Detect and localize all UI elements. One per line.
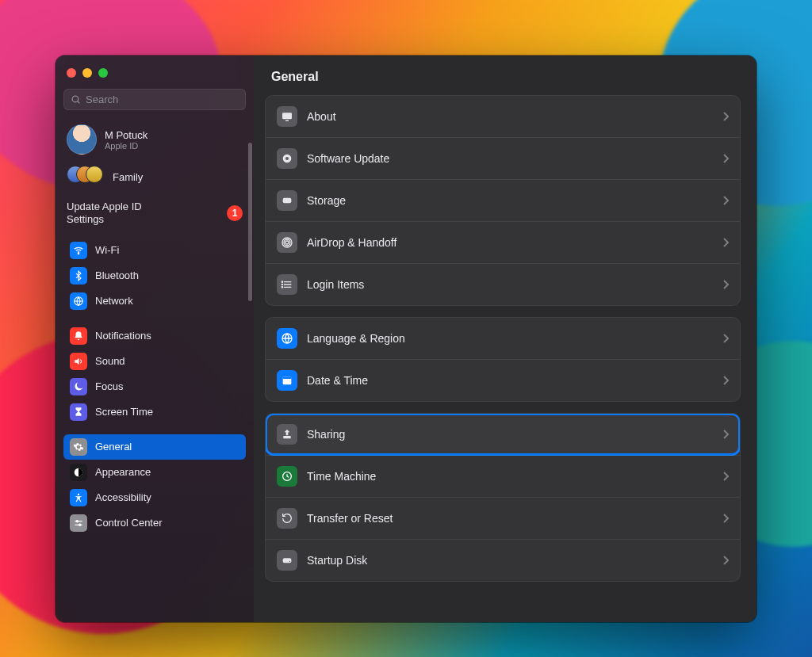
speaker-icon (70, 353, 87, 370)
search-input[interactable] (86, 94, 239, 105)
row-login-items[interactable]: Login Items (266, 263, 740, 305)
row-sharing[interactable]: Sharing (266, 414, 740, 455)
display-icon (277, 106, 297, 127)
svg-point-9 (79, 524, 81, 525)
sidebar-item-label: Network (95, 295, 133, 307)
svg-rect-14 (283, 198, 292, 204)
sidebar-item-appearance[interactable]: Appearance (63, 460, 246, 485)
accessibility-icon (70, 489, 87, 506)
chevron-right-icon (722, 334, 729, 343)
sidebar-group-alerts: Notifications Sound Focus (63, 323, 246, 425)
sidebar-item-accessibility[interactable]: Accessibility (63, 485, 246, 510)
sidebar-item-notifications[interactable]: Notifications (63, 323, 246, 349)
row-label: Transfer or Reset (307, 512, 713, 525)
row-label: About (307, 110, 713, 123)
wifi-icon (70, 242, 87, 259)
sidebar-item-label: Notifications (95, 330, 151, 342)
hourglass-icon (70, 403, 87, 421)
family-label: Family (113, 171, 143, 183)
sidebar-item-label: Appearance (95, 466, 151, 478)
sidebar-item-general[interactable]: General (63, 434, 246, 460)
svg-point-21 (282, 281, 282, 282)
notification-badge: 1 (227, 205, 243, 221)
row-transfer-reset[interactable]: Transfer or Reset (266, 497, 740, 539)
general-group-2: Language & Region Date & Time (265, 317, 741, 402)
sidebar-item-screen-time[interactable]: Screen Time (63, 399, 246, 425)
bell-icon (70, 327, 87, 345)
svg-point-13 (285, 157, 289, 160)
row-date-time[interactable]: Date & Time (266, 359, 740, 401)
account-subtitle: Apple ID (105, 141, 147, 151)
calendar-clock-icon (277, 370, 297, 391)
avatar (67, 124, 97, 155)
sidebar-item-wifi[interactable]: Wi-Fi (63, 238, 246, 263)
clock-arrow-icon (277, 466, 297, 487)
row-label: Language & Region (307, 332, 713, 345)
search-icon (71, 94, 81, 105)
minimize-window-button[interactable] (82, 68, 92, 78)
window-traffic-lights (63, 65, 246, 89)
update-line2: Settings (67, 213, 104, 225)
chevron-right-icon (722, 430, 729, 439)
sidebar-nav: Wi-Fi Bluetooth Network (63, 238, 246, 544)
sidebar-item-label: Sound (95, 355, 125, 367)
svg-point-16 (284, 239, 290, 246)
sidebar-item-control-center[interactable]: Control Center (63, 510, 246, 536)
row-label: Date & Time (307, 374, 713, 387)
sidebar: M Potuck Apple ID Family Update Apple ID… (56, 55, 254, 622)
svg-point-7 (76, 520, 78, 521)
row-about[interactable]: About (266, 96, 740, 137)
sidebar-item-label: Focus (95, 380, 123, 392)
row-startup-disk[interactable]: Startup Disk (266, 539, 740, 581)
sidebar-item-label: Accessibility (95, 491, 151, 503)
sidebar-item-network[interactable]: Network (63, 288, 246, 314)
sidebar-item-label: Bluetooth (95, 269, 139, 281)
row-label: AirDrop & Handoff (307, 236, 713, 249)
disk-icon (277, 190, 297, 211)
row-language-region[interactable]: Language & Region (266, 318, 740, 359)
svg-point-5 (78, 493, 79, 495)
bluetooth-icon (70, 267, 87, 285)
sidebar-item-focus[interactable]: Focus (63, 374, 246, 399)
gear-badge-icon (277, 148, 297, 169)
row-software-update[interactable]: Software Update (266, 137, 740, 179)
sidebar-item-label: Control Center (95, 517, 163, 529)
general-group-1: About Software Update Storage AirDrop & … (265, 95, 741, 306)
svg-point-23 (282, 287, 282, 288)
row-label: Storage (307, 194, 713, 207)
svg-rect-26 (283, 376, 292, 379)
sidebar-item-bluetooth[interactable]: Bluetooth (63, 263, 246, 288)
moon-icon (70, 378, 87, 395)
row-label: Startup Disk (307, 554, 713, 567)
airdrop-icon (277, 232, 297, 253)
general-group-3: Sharing Time Machine Transfer or Reset S… (265, 413, 741, 582)
svg-point-0 (72, 96, 79, 102)
row-airdrop-handoff[interactable]: AirDrop & Handoff (266, 221, 740, 263)
sidebar-group-network: Wi-Fi Bluetooth Network (63, 238, 246, 314)
sidebar-group-system: General Appearance Accessibility (63, 434, 246, 536)
svg-point-29 (289, 561, 290, 562)
page-title: General (254, 55, 756, 95)
chevron-right-icon (722, 514, 729, 523)
svg-point-22 (282, 284, 282, 285)
content-scroll[interactable]: About Software Update Storage AirDrop & … (254, 95, 756, 622)
sidebar-scrollbar[interactable] (248, 143, 252, 301)
svg-rect-28 (283, 558, 292, 563)
apple-id-account[interactable]: M Potuck Apple ID (63, 121, 246, 162)
update-apple-id-row[interactable]: Update Apple ID Settings 1 (63, 197, 246, 238)
chevron-right-icon (722, 556, 729, 565)
zoom-window-button[interactable] (98, 68, 108, 78)
chevron-right-icon (722, 238, 729, 247)
list-icon (277, 274, 297, 295)
row-storage[interactable]: Storage (266, 179, 740, 221)
svg-line-1 (78, 101, 80, 104)
sidebar-item-sound[interactable]: Sound (63, 349, 246, 374)
close-window-button[interactable] (67, 68, 76, 78)
row-label: Sharing (307, 428, 713, 441)
search-field[interactable] (63, 89, 246, 110)
row-time-machine[interactable]: Time Machine (266, 455, 740, 497)
chevron-right-icon (722, 280, 729, 289)
gear-icon (70, 438, 87, 456)
internal-drive-icon (277, 550, 297, 571)
family-row[interactable]: Family (63, 162, 246, 197)
